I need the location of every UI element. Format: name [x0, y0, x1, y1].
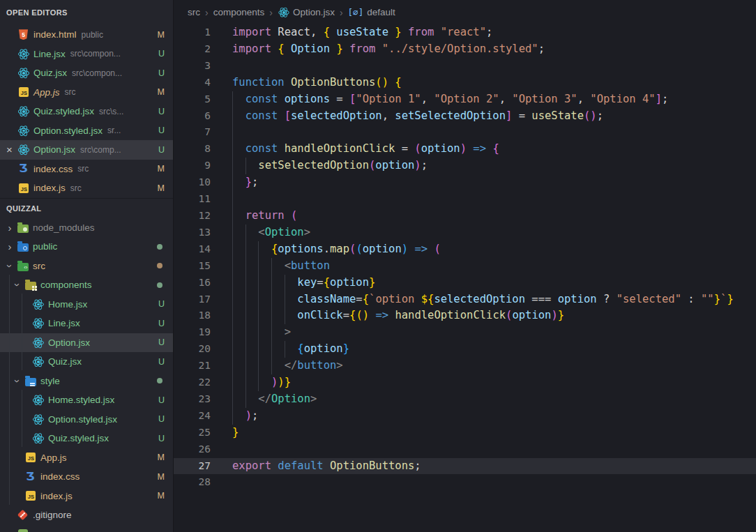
git-icon [17, 510, 29, 521]
git-status-badge: U [158, 357, 165, 367]
indent-guide [232, 158, 258, 174]
open-editor-row[interactable]: Option.styled.jsxsr...U [0, 121, 173, 141]
code-text[interactable]: import React, { useState } from "react"; [211, 24, 492, 41]
code-text[interactable]: </button> [211, 358, 343, 374]
tree-row[interactable]: Quiz.styled.jsxU [0, 429, 173, 448]
indent-guide [232, 258, 285, 275]
open-editors-list: 5index.htmlpublicMLine.jsxsrc\compon...U… [0, 25, 173, 198]
file-name: style [40, 376, 60, 386]
react-icon [17, 125, 29, 137]
tree-row[interactable]: ›style [0, 372, 173, 391]
code-line: 2import { Option } from "../style/Option… [174, 41, 756, 58]
tree-row[interactable]: Home.jsxU [0, 295, 173, 314]
line-number: 1 [174, 24, 211, 41]
tree-row[interactable]: ›node_modules [0, 218, 173, 238]
open-editor-row[interactable]: ×Option.jsxsrc\comp...U [0, 140, 173, 160]
code-text[interactable]: > [211, 324, 291, 341]
open-editor-row[interactable]: Line.jsxsrc\compon...U [0, 45, 173, 64]
tree-indent-guide [22, 390, 22, 447]
breadcrumb-item[interactable]: components [213, 7, 265, 17]
code-text[interactable]: import { Option } from "../style/Option.… [211, 41, 545, 58]
code-text[interactable]: const [selectedOption, setSelectedOption… [211, 108, 603, 125]
folder-public-icon [17, 243, 29, 252]
project-header[interactable]: QUIZZAL [0, 198, 173, 218]
tree-row[interactable] [0, 525, 173, 532]
folder-src-icon [17, 260, 29, 272]
tree-row[interactable]: Line.jsxU [0, 314, 173, 333]
close-icon[interactable]: × [6, 144, 13, 155]
tree-row[interactable]: JSindex.jsM [0, 487, 173, 506]
file-path: src [65, 87, 76, 97]
code-text[interactable]: className={`option ${selectedOption === … [211, 291, 734, 308]
open-editor-row[interactable]: Quiz.jsxsrc\compon...U [0, 63, 173, 83]
open-editors-header[interactable]: OPEN EDITORS [0, 0, 173, 25]
open-editor-row[interactable]: Ʒindex.csssrcM [0, 160, 173, 179]
open-editor-row[interactable]: JSindex.jssrcM [0, 178, 173, 198]
code-line: 19> [174, 324, 756, 341]
git-status-badge: U [158, 126, 165, 135]
file-name: .gitignore [33, 510, 72, 520]
code-text[interactable]: }; [211, 174, 258, 191]
tree-row[interactable]: .gitignore [0, 506, 173, 525]
indent-guide [232, 108, 245, 125]
open-editor-row[interactable]: Quiz.styled.jsxsrc\s...U [0, 102, 173, 121]
line-number: 21 [174, 358, 211, 374]
tree-row[interactable]: Home.styled.jsxU [0, 390, 173, 410]
tree-row[interactable]: Option.jsxU [0, 333, 173, 353]
code-text[interactable]: key={option} [211, 275, 375, 291]
code-text[interactable] [211, 474, 232, 491]
git-status-badge: U [158, 319, 165, 328]
react-icon [32, 413, 44, 425]
indent-guide [232, 208, 245, 225]
code-text[interactable]: <button [211, 258, 330, 275]
code-text[interactable]: ))} [211, 374, 291, 391]
editor-pane: src›components›Option.jsx›[∅]default 1im… [174, 0, 756, 532]
code-text[interactable] [211, 124, 245, 141]
code-area[interactable]: 1import React, { useState } from "react"… [174, 24, 756, 532]
explorer-sidebar: OPEN EDITORS 5index.htmlpublicMLine.jsxs… [0, 0, 174, 532]
git-status-badge: U [158, 107, 165, 116]
code-text[interactable]: {options.map((option) => ( [211, 241, 441, 258]
open-editor-row[interactable]: 5index.htmlpublicM [0, 25, 173, 45]
git-status-badge: U [158, 68, 165, 78]
tree-row[interactable]: Option.styled.jsxU [0, 410, 173, 430]
code-text[interactable]: ); [211, 408, 258, 425]
breadcrumb-separator: › [269, 7, 273, 18]
tree-row[interactable]: Quiz.jsxU [0, 352, 173, 372]
code-text[interactable]: const options = ["Option 1", "Option 2",… [211, 91, 668, 108]
breadcrumb-item[interactable]: src [188, 7, 200, 17]
code-text[interactable]: return ( [211, 208, 297, 225]
code-text[interactable] [211, 441, 232, 458]
code-text[interactable]: setSelectedOption(option); [211, 158, 428, 174]
breadcrumb-item[interactable]: Option.jsx [293, 7, 335, 17]
code-text[interactable]: </Option> [211, 391, 317, 408]
change-dot-badge [157, 244, 162, 250]
tree-row[interactable]: ›components [0, 275, 173, 295]
code-text[interactable]: export default OptionButtons; [211, 458, 421, 475]
tree-row[interactable]: JSApp.jsM [0, 448, 173, 468]
code-text[interactable]: function OptionButtons() { [211, 75, 402, 91]
folder-components-icon [24, 279, 36, 291]
code-text[interactable]: {option} [211, 341, 349, 358]
code-text[interactable]: onClick={() => handleOptionClick(option)… [211, 307, 564, 324]
git-status-badge: U [158, 434, 165, 443]
css-icon: Ʒ [19, 163, 27, 174]
indent-guide [232, 324, 285, 341]
code-line: 20{option} [174, 341, 756, 358]
tree-row[interactable]: ›public [0, 237, 173, 257]
code-text[interactable]: } [211, 425, 239, 441]
file-path: src\comp... [80, 145, 121, 155]
git-status-badge: M [158, 87, 165, 97]
chevron-right-icon: › [3, 241, 17, 252]
code-text[interactable] [211, 191, 245, 208]
breadcrumb-item[interactable]: default [367, 7, 395, 17]
symbol-default-icon: [∅] [348, 7, 364, 17]
tree-row[interactable]: Ʒindex.cssM [0, 467, 173, 487]
code-text[interactable] [211, 58, 232, 75]
git-icon [17, 509, 29, 521]
code-text[interactable]: <Option> [211, 225, 310, 241]
tree-row[interactable]: ›src [0, 257, 173, 276]
open-editor-row[interactable]: JSApp.jssrcM [0, 83, 173, 102]
code-text[interactable]: const handleOptionClick = (option) => { [211, 141, 499, 158]
file-name: Quiz.jsx [48, 356, 82, 367]
